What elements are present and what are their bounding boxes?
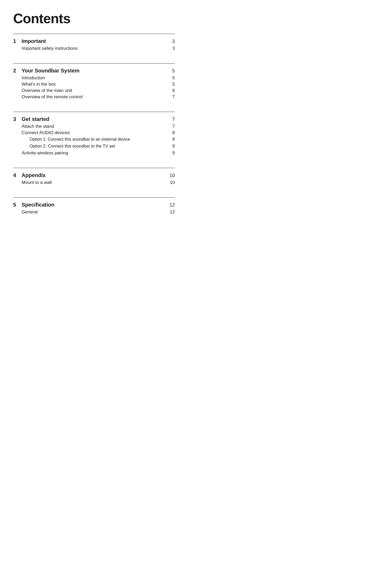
sub-subsection-page-number: 8 — [167, 144, 175, 149]
section-number: 1 — [13, 38, 19, 44]
subsection-page-number: 3 — [167, 46, 175, 51]
subsection-page-number: 9 — [167, 150, 175, 156]
toc-section-header: 1Important3 — [13, 38, 175, 44]
toc-subsection: Overview of the main unit6 — [13, 88, 175, 93]
section-title: Appendix — [22, 172, 46, 178]
subsection-page-number: 10 — [167, 180, 175, 185]
subsection-text: Important safety instructions — [22, 46, 167, 51]
toc-section-header: 5Specification12 — [13, 202, 175, 208]
subsection-text: Overview of the main unit — [22, 88, 167, 93]
toc-subsection: Mount to a wall10 — [13, 180, 175, 185]
toc-subsection: What's in the box5 — [13, 82, 175, 87]
subsection-text: Overview of the remote control — [22, 94, 167, 100]
section-number: 4 — [13, 172, 19, 178]
toc-section-header: 4Appendix10 — [13, 172, 175, 178]
toc-subsection: Connect AUDIO devices8 — [13, 130, 175, 135]
section-divider — [13, 34, 175, 34]
section-header-left: 1Important — [13, 38, 46, 44]
toc-section: 5Specification12General12 — [13, 202, 175, 220]
sub-subsection-text: Option 1: Connect this soundbar to an ex… — [29, 136, 167, 142]
section-page-number: 5 — [167, 68, 175, 74]
section-divider — [13, 197, 175, 198]
toc-subsection: Introduction5 — [13, 75, 175, 81]
toc-sub-subsection: Option 1: Connect this soundbar to an ex… — [13, 136, 175, 142]
section-header-left: 2Your Soundbar System — [13, 68, 80, 74]
subsection-text: Introduction — [22, 75, 167, 81]
section-header-left: 3Get started — [13, 116, 50, 122]
sub-subsection-page-number: 8 — [167, 137, 175, 142]
subsection-page-number: 6 — [167, 88, 175, 93]
section-divider — [13, 112, 175, 112]
toc-subsection: Overview of the remote control7 — [13, 94, 175, 100]
section-number: 3 — [13, 116, 19, 122]
section-header-left: 4Appendix — [13, 172, 46, 178]
section-title: Get started — [22, 116, 50, 122]
page-title: Contents — [13, 11, 175, 26]
toc-section-header: 3Get started7 — [13, 116, 175, 122]
subsection-text: Connect AUDIO devices — [22, 130, 167, 135]
section-divider — [13, 63, 175, 63]
subsection-page-number: 7 — [167, 124, 175, 129]
section-page-number: 10 — [167, 173, 175, 178]
subsection-page-number: 12 — [167, 209, 175, 215]
toc-subsection: Activite wireless pairing9 — [13, 150, 175, 156]
subsection-text: Attach the stand — [22, 124, 167, 129]
toc-subsection: Attach the stand7 — [13, 124, 175, 129]
section-title: Your Soundbar System — [22, 68, 80, 74]
toc-subsection: General12 — [13, 209, 175, 215]
subsection-text: General — [22, 209, 167, 215]
subsection-page-number: 7 — [167, 94, 175, 100]
toc-sub-subsection: Option 2: Connect this soundbar to the T… — [13, 143, 175, 149]
section-title: Important — [22, 38, 46, 44]
subsection-page-number: 8 — [167, 130, 175, 135]
subsection-text: Mount to a wall — [22, 180, 167, 185]
subsection-text: Activite wireless pairing — [22, 150, 167, 156]
table-of-contents: 1Important3Important safety instructions… — [13, 34, 175, 220]
section-page-number: 12 — [167, 202, 175, 208]
subsection-page-number: 5 — [167, 75, 175, 81]
toc-section: 4Appendix10Mount to a wall10 — [13, 172, 175, 191]
section-page-number: 7 — [167, 117, 175, 122]
subsection-page-number: 5 — [167, 82, 175, 87]
toc-section: 3Get started7Attach the stand7Connect AU… — [13, 116, 175, 161]
sub-subsection-text: Option 2: Connect this soundbar to the T… — [29, 143, 167, 149]
section-header-left: 5Specification — [13, 202, 54, 208]
toc-subsection: Important safety instructions3 — [13, 46, 175, 51]
section-divider — [13, 168, 175, 168]
toc-section: 1Important3Important safety instructions… — [13, 38, 175, 57]
toc-section: 2Your Soundbar System5Introduction5What'… — [13, 68, 175, 105]
subsection-text: What's in the box — [22, 82, 167, 87]
section-number: 5 — [13, 202, 19, 208]
toc-section-header: 2Your Soundbar System5 — [13, 68, 175, 74]
section-number: 2 — [13, 68, 19, 74]
section-page-number: 3 — [167, 39, 175, 44]
section-title: Specification — [22, 202, 54, 208]
